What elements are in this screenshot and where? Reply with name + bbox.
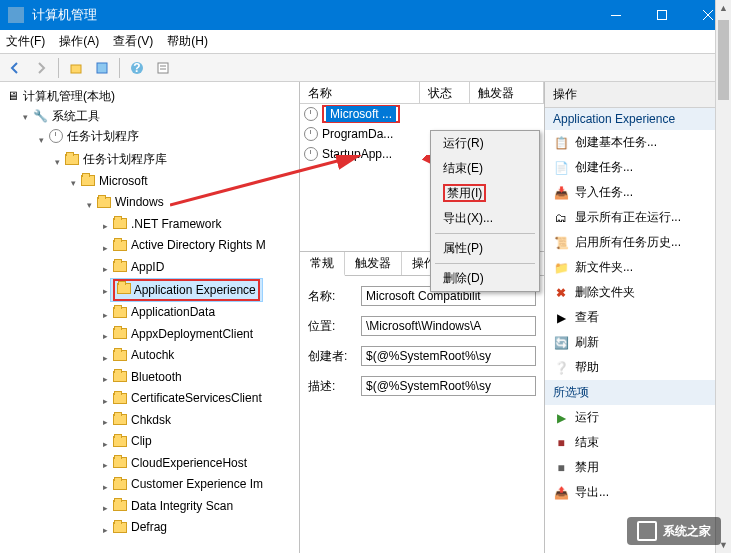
menu-run[interactable]: 运行(R) <box>431 131 539 156</box>
tree-node-windows[interactable]: Windows <box>94 192 167 212</box>
action-group-app-experience[interactable]: Application Experience▴ <box>545 108 731 130</box>
caret-icon[interactable]: ▸ <box>100 435 110 453</box>
tree-node-tasksched[interactable]: 任务计划程序 <box>46 126 142 146</box>
tree-node-folder[interactable]: Active Directory Rights M <box>110 235 269 255</box>
value-description[interactable]: $(@%SystemRoot%\sy <box>361 376 536 396</box>
props-button[interactable] <box>91 57 113 79</box>
menu-disable[interactable]: 禁用(I) <box>431 181 539 206</box>
tree-node-folder[interactable]: Defrag <box>110 517 170 537</box>
caret-icon[interactable]: ▸ <box>100 456 110 474</box>
caret-icon[interactable]: ▸ <box>100 499 110 517</box>
menu-delete[interactable]: 删除(D) <box>431 266 539 291</box>
caret-icon[interactable]: ▸ <box>100 306 110 324</box>
tree-node-folder[interactable]: CertificateServicesClient <box>110 388 265 408</box>
clock-icon <box>304 127 318 141</box>
action-item[interactable]: 🔄刷新 <box>545 330 731 355</box>
menu-action[interactable]: 操作(A) <box>59 33 99 50</box>
action-icon: ■ <box>553 435 569 451</box>
menu-export[interactable]: 导出(X)... <box>431 206 539 231</box>
caret-icon[interactable]: ▾ <box>20 108 30 126</box>
maximize-button[interactable] <box>639 0 685 30</box>
highlight-box: Microsoft ... <box>322 105 400 123</box>
caret-icon[interactable]: ▸ <box>100 478 110 496</box>
caret-icon[interactable]: ▸ <box>100 239 110 257</box>
tree-node-folder[interactable]: Data Integrity Scan <box>110 496 236 516</box>
clock-icon <box>304 107 318 121</box>
action-item[interactable]: ■结束 <box>545 430 731 455</box>
tree-node-folder[interactable]: ApplicationData <box>110 302 218 322</box>
tree-node-root[interactable]: 🖥计算机管理(本地) <box>4 86 118 106</box>
tree-node-tasklib[interactable]: 任务计划程序库 <box>62 149 170 169</box>
list-button[interactable] <box>152 57 174 79</box>
help-button[interactable]: ? <box>126 57 148 79</box>
app-icon <box>8 7 24 23</box>
caret-icon[interactable]: ▸ <box>100 217 110 235</box>
up-button[interactable] <box>65 57 87 79</box>
action-item[interactable]: ▶运行 <box>545 405 731 430</box>
caret-icon[interactable]: ▸ <box>100 370 110 388</box>
col-name[interactable]: 名称 <box>300 82 420 103</box>
tree-node-folder[interactable]: Bluetooth <box>110 367 185 387</box>
tree-node-folder[interactable]: Autochk <box>110 345 177 365</box>
scroll-up-icon[interactable]: ▲ <box>716 0 731 16</box>
tab-triggers[interactable]: 触发器 <box>345 252 402 275</box>
forward-button[interactable] <box>30 57 52 79</box>
list-row[interactable]: Microsoft ... <box>300 104 544 124</box>
caret-icon[interactable]: ▾ <box>68 174 78 192</box>
caret-icon[interactable]: ▸ <box>100 413 110 431</box>
tree-node-folder[interactable]: Chkdsk <box>110 410 174 430</box>
caret-icon[interactable]: ▸ <box>100 349 110 367</box>
action-item[interactable]: ■禁用 <box>545 455 731 480</box>
tree-node-folder[interactable]: Clip <box>110 431 155 451</box>
tree-node-systools[interactable]: 🔧系统工具 <box>30 106 103 126</box>
field-location: 位置: \Microsoft\Windows\A <box>308 316 536 336</box>
menu-file[interactable]: 文件(F) <box>6 33 45 50</box>
caret-icon[interactable]: ▸ <box>100 282 110 300</box>
tab-general[interactable]: 常规 <box>300 252 345 276</box>
col-trigger[interactable]: 触发器 <box>470 82 544 103</box>
action-item[interactable]: ❔帮助 <box>545 355 731 380</box>
action-item[interactable]: 📁新文件夹... <box>545 255 731 280</box>
action-item[interactable]: 📤导出... <box>545 480 731 505</box>
action-label: 导入任务... <box>575 184 633 201</box>
tree-node-folder[interactable]: Application Experience <box>110 278 263 302</box>
scrollbar[interactable]: ▲ ▼ <box>715 0 731 553</box>
caret-icon[interactable]: ▸ <box>100 260 110 278</box>
caret-icon[interactable]: ▾ <box>36 131 46 149</box>
action-item[interactable]: 📄创建任务... <box>545 155 731 180</box>
tree-node-folder[interactable]: .NET Framework <box>110 214 224 234</box>
menu-end[interactable]: 结束(E) <box>431 156 539 181</box>
value-location[interactable]: \Microsoft\Windows\A <box>361 316 536 336</box>
window-title: 计算机管理 <box>32 6 593 24</box>
menu-view[interactable]: 查看(V) <box>113 33 153 50</box>
tree-node-folder[interactable]: AppID <box>110 257 167 277</box>
tree-node-folder[interactable]: CloudExperienceHost <box>110 453 250 473</box>
scroll-thumb[interactable] <box>718 20 729 100</box>
minimize-button[interactable] <box>593 0 639 30</box>
tree-pane[interactable]: 🖥计算机管理(本地) ▾🔧系统工具 ▾任务计划程序 ▾任务计划程序库 ▾Micr… <box>0 82 300 553</box>
tree-node-microsoft[interactable]: Microsoft <box>78 171 151 191</box>
caret-icon[interactable]: ▸ <box>100 327 110 345</box>
col-status[interactable]: 状态 <box>420 82 470 103</box>
menu-help[interactable]: 帮助(H) <box>167 33 208 50</box>
caret-icon[interactable]: ▾ <box>84 196 94 214</box>
caret-icon[interactable]: ▸ <box>100 521 110 539</box>
folder-label: CertificateServicesClient <box>131 389 262 407</box>
action-item[interactable]: 📜启用所有任务历史... <box>545 230 731 255</box>
tree-node-folder[interactable]: AppxDeploymentClient <box>110 324 256 344</box>
action-icon: 📥 <box>553 185 569 201</box>
back-button[interactable] <box>4 57 26 79</box>
action-item[interactable]: ▶查看▸ <box>545 305 731 330</box>
value-creator[interactable]: $(@%SystemRoot%\sy <box>361 346 536 366</box>
action-item[interactable]: ✖删除文件夹 <box>545 280 731 305</box>
menu-properties[interactable]: 属性(P) <box>431 236 539 261</box>
action-item[interactable]: 🗂显示所有正在运行... <box>545 205 731 230</box>
caret-icon[interactable]: ▸ <box>100 392 110 410</box>
action-item[interactable]: 📥导入任务... <box>545 180 731 205</box>
action-group-selected[interactable]: 所选项▴ <box>545 380 731 405</box>
caret-icon[interactable]: ▾ <box>52 153 62 171</box>
action-icon: ▶ <box>553 310 569 326</box>
tree-node-folder[interactable]: Customer Experience Im <box>110 474 266 494</box>
action-item[interactable]: 📋创建基本任务... <box>545 130 731 155</box>
folder-icon <box>113 240 127 251</box>
